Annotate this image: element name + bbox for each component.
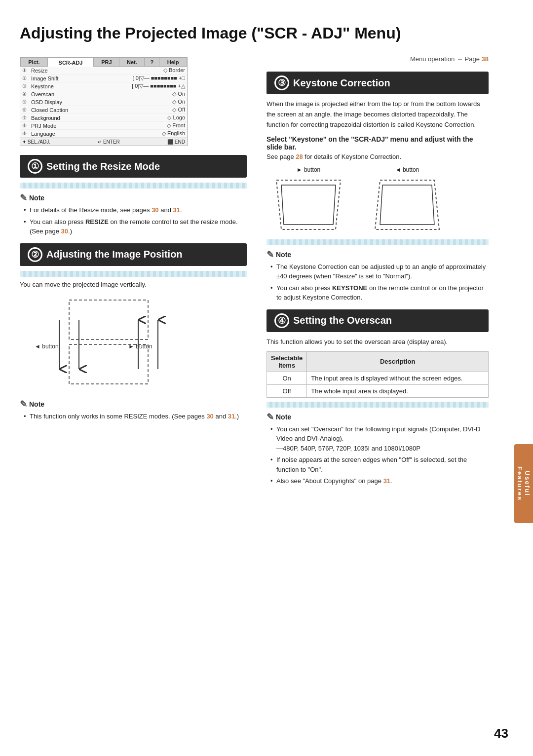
svg-marker-9 <box>281 185 336 225</box>
overscan-col-items: Selectableitems <box>267 351 307 372</box>
overscan-row-on: On The input area is displayed without t… <box>267 372 489 384</box>
left-column: Pict. SCR-ADJ PRJ Net. ? Help ① Resize ◇… <box>0 47 257 501</box>
overscan-item-on: On <box>267 372 307 384</box>
section2-note-title: ✎ Note <box>20 399 247 410</box>
overscan-desc-on: The input area is displayed without the … <box>307 372 489 384</box>
keystone-svg-right <box>365 175 449 234</box>
useful-features-text: Useful Features <box>516 466 531 501</box>
note-icon-4: ✎ <box>266 412 274 422</box>
menu-row-language: ⑨ Language ◇ English <box>20 130 187 138</box>
menu-row-background: ⑦ Background ◇ Logo <box>20 114 187 122</box>
section4-title: Setting the Overscan <box>293 315 392 326</box>
section3-header: ③ Keystone Correction <box>266 72 489 94</box>
menu-footer: ✦ SEL./ADJ. ↵ ENTER ⬛ END <box>20 138 187 146</box>
note-icon-3: ✎ <box>266 249 274 260</box>
tab-pict: Pict. <box>21 58 48 67</box>
section3-number: ③ <box>274 76 289 90</box>
section3-note: ✎ Note The Keystone Correction can be ad… <box>266 249 489 302</box>
tab-prj: PRJ <box>94 58 119 67</box>
useful-features-tab: Useful Features <box>514 444 533 523</box>
section4-body: This function allows you to set the over… <box>266 337 489 347</box>
menu-screenshot: Pict. SCR-ADJ PRJ Net. ? Help ① Resize ◇… <box>20 57 188 146</box>
tab-scr-adj: SCR-ADJ <box>47 58 94 67</box>
section4-note-item-1: You can set "Overscan" for the following… <box>270 424 489 454</box>
keystone-diagrams: ► button ◄ button <box>266 166 489 234</box>
wave-divider-2 <box>20 271 247 277</box>
section3-note-list: The Keystone Correction can be adjusted … <box>266 262 489 302</box>
section3-body: When the image is projected either from … <box>266 99 489 130</box>
wave-divider-1 <box>20 183 247 189</box>
section1-note: ✎ Note For details of the Resize mode, s… <box>20 192 247 236</box>
section1-note-item-1: For details of the Resize mode, see page… <box>24 205 247 215</box>
svg-marker-10 <box>375 180 439 229</box>
overscan-desc-off: The whole input area is displayed. <box>307 384 489 397</box>
section2-title: Adjusting the Image Position <box>46 249 183 260</box>
note-icon-2: ✎ <box>20 399 27 410</box>
overscan-row-off: Off The whole input area is displayed. <box>267 384 489 397</box>
keystone-sub: See page 28 for details of Keystone Corr… <box>266 153 489 160</box>
svg-text:► button: ► button <box>128 343 152 350</box>
menu-row-resize: ① Resize ◇ Border <box>20 67 187 75</box>
keystone-svg-left <box>266 175 350 234</box>
tab-help: Help <box>159 58 187 67</box>
section2-number: ② <box>28 247 42 262</box>
keystone-diagram-left: ► button <box>266 166 350 234</box>
tab-net: Net. <box>119 58 145 67</box>
menu-row-osd: ⑤ OSD Display ◇ On <box>20 98 187 106</box>
section4-note-list: You can set "Overscan" for the following… <box>266 424 489 486</box>
section4-note-title: ✎ Note <box>266 412 489 422</box>
overscan-item-off: Off <box>267 384 307 397</box>
section2-body: You can move the projected image vertica… <box>20 280 247 290</box>
section3-title: Keystone Correction <box>293 77 390 89</box>
right-column: Menu operation → Page 38 ③ Keystone Corr… <box>257 47 513 501</box>
wave-divider-3 <box>266 239 489 245</box>
tab-help-icon: ? <box>145 58 159 67</box>
image-position-diagram: ◄ button ► button <box>30 295 247 394</box>
page-header: Adjusting the Projected Image ("SCR - AD… <box>0 0 533 47</box>
note-icon-1: ✎ <box>20 192 27 203</box>
menu-row-overscan: ④ Overscan ◇ On <box>20 90 187 98</box>
section4-header: ④ Setting the Overscan <box>266 309 489 332</box>
overscan-col-desc: Description <box>307 351 489 372</box>
section2-note-item-1: This function only works in some RESIZE … <box>24 412 247 421</box>
section2-note: ✎ Note This function only works in some … <box>20 399 247 421</box>
svg-rect-0 <box>69 300 148 340</box>
menu-row-prjmode: ⑧ PRJ Mode ◇ Front <box>20 122 187 130</box>
menu-operation-line: Menu operation → Page 38 <box>266 52 489 65</box>
section1-note-list: For details of the Resize mode, see page… <box>20 205 247 236</box>
section3-note-item-2: You can also press KEYSTONE on the remot… <box>270 283 489 302</box>
svg-rect-1 <box>69 344 148 384</box>
wave-divider-4 <box>266 402 489 408</box>
main-content: Pict. SCR-ADJ PRJ Net. ? Help ① Resize ◇… <box>0 47 533 501</box>
keystone-instruction: Select "Keystone" on the "SCR-ADJ" menu … <box>266 135 489 151</box>
section1-note-item-2: You can also press RESIZE on the remote … <box>24 217 247 236</box>
menu-row-keystone: ③ Keystone [ 0|▽— ■■■■■■■■ +△ <box>20 82 187 90</box>
keystone-label-right: ◄ button <box>395 166 419 173</box>
section1-header: ① Setting the Resize Mode <box>20 155 247 178</box>
page-number: 43 <box>494 726 508 741</box>
section3-note-item-1: The Keystone Correction can be adjusted … <box>270 262 489 281</box>
position-svg: ◄ button ► button <box>30 295 188 394</box>
section1-number: ① <box>28 159 42 174</box>
section4-note: ✎ Note You can set "Overscan" for the fo… <box>266 412 489 486</box>
page-title: Adjusting the Projected Image ("SCR - AD… <box>20 24 513 42</box>
keystone-diagram-right: ◄ button <box>365 166 449 234</box>
section2-note-list: This function only works in some RESIZE … <box>20 412 247 421</box>
svg-marker-8 <box>276 180 341 229</box>
section2-header: ② Adjusting the Image Position <box>20 243 247 266</box>
menu-row-caption: ⑥ Closed Caption ◇ Off <box>20 106 187 114</box>
svg-text:◄ button: ◄ button <box>35 343 59 350</box>
section4-note-item-3: Also see "About Copyrights" on page 31. <box>270 476 489 486</box>
section1-title: Setting the Resize Mode <box>46 161 160 172</box>
section4-note-item-2: If noise appears at the screen edges whe… <box>270 455 489 474</box>
keystone-label-left: ► button <box>297 166 321 173</box>
menu-row-imageshift: ② Image Shift [ 0|▽— ■■■■■■■■ +□ <box>20 75 187 82</box>
section3-note-title: ✎ Note <box>266 249 489 260</box>
overscan-table: Selectableitems Description On The input… <box>266 351 489 398</box>
section1-note-title: ✎ Note <box>20 192 247 203</box>
svg-marker-11 <box>380 185 434 225</box>
section4-number: ④ <box>274 313 289 328</box>
